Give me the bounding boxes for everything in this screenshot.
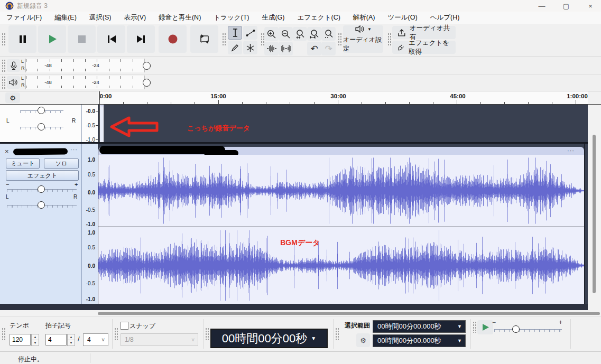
stop-button[interactable] xyxy=(68,25,96,53)
trim-audio-button[interactable] xyxy=(264,42,279,55)
stop-icon xyxy=(78,35,86,43)
timeline-ruler[interactable]: 0:00 15:00 30:00 45:00 1:00:00 xyxy=(98,91,588,104)
selection-toolbar-grip[interactable] xyxy=(335,328,339,341)
track2-gain-thumb[interactable] xyxy=(38,185,45,193)
meter-clip-indicator[interactable] xyxy=(143,62,151,70)
undo-icon: ↶ xyxy=(310,43,318,54)
redo-button[interactable]: ↷ xyxy=(321,42,336,55)
track2-mute-button[interactable]: ミュート xyxy=(6,158,40,169)
horizontal-scrollbar[interactable] xyxy=(0,310,601,317)
time-toolbar-grip[interactable] xyxy=(205,328,209,341)
snapping-grip[interactable] xyxy=(114,328,118,341)
share-audio-button[interactable]: オーディオ共有 xyxy=(392,26,456,39)
maximize-button[interactable]: ▢ xyxy=(554,0,578,12)
timesig-upper-spinner[interactable]: ▲▼ xyxy=(67,334,75,346)
timesig-upper-input[interactable] xyxy=(45,334,67,346)
envelope-tool-button[interactable] xyxy=(243,26,257,40)
track2-solo-button[interactable]: ソロ xyxy=(44,158,79,169)
playback-meter-grip[interactable] xyxy=(2,76,6,89)
track2-waveform-channel1[interactable] xyxy=(98,155,584,227)
track2-menu-button[interactable]: ··· xyxy=(70,146,78,153)
track2-content[interactable]: ··· BGMデータ xyxy=(98,144,588,304)
silence-audio-button[interactable] xyxy=(279,42,293,55)
skip-to-end-button[interactable] xyxy=(127,25,155,53)
meter-clip-indicator[interactable] xyxy=(143,79,151,87)
tempo-spinner[interactable]: ▲▼ xyxy=(31,334,39,346)
get-effects-button[interactable]: エフェクトを取得 xyxy=(392,41,456,54)
meter-left-label: L xyxy=(21,59,24,64)
selection-start-field[interactable]: 00時間00分00.000秒 ▼ xyxy=(373,320,466,333)
track1-control-panel[interactable]: L R xyxy=(0,105,82,142)
track1-content[interactable]: こっちが録音データ xyxy=(98,105,588,142)
audio-setup-grip[interactable] xyxy=(338,33,342,46)
menu-select[interactable]: 選択(S) xyxy=(83,12,118,24)
menu-tracks[interactable]: トラック(T) xyxy=(207,12,255,24)
selection-options-button[interactable]: ⚙ xyxy=(356,333,370,347)
track2-close-button[interactable]: × xyxy=(5,147,9,155)
skip-to-start-button[interactable] xyxy=(97,25,125,53)
menu-effect[interactable]: エフェクト(C) xyxy=(291,12,347,24)
menu-analyze[interactable]: 解析(A) xyxy=(347,12,382,24)
selection-end-field[interactable]: 00時間00分00.000秒 ▼ xyxy=(373,334,466,347)
close-button[interactable]: × xyxy=(578,0,601,12)
playback-meter-bar[interactable]: -48 -24 xyxy=(25,76,145,89)
menu-generate[interactable]: 生成(G) xyxy=(255,12,291,24)
track1-gain-thumb[interactable] xyxy=(38,107,45,114)
selection-tool-button[interactable] xyxy=(228,26,242,40)
minimize-button[interactable]: — xyxy=(530,0,554,12)
track2-pan-thumb[interactable] xyxy=(38,201,45,209)
menu-help[interactable]: ヘルプ(H) xyxy=(424,12,466,24)
undo-button[interactable]: ↶ xyxy=(307,42,321,55)
draw-tool-button[interactable] xyxy=(228,41,242,54)
horizontal-scrollbar-thumb[interactable] xyxy=(98,312,600,315)
snap-checkbox[interactable] xyxy=(121,322,128,330)
clip-menu-button[interactable]: ··· xyxy=(567,147,575,154)
record-button[interactable] xyxy=(159,25,187,53)
zoom-fit-project-button[interactable] xyxy=(307,27,321,41)
play-at-speed-button[interactable] xyxy=(477,320,493,334)
track1-pan-thumb[interactable] xyxy=(38,123,45,130)
timesig-divider: / xyxy=(78,335,80,343)
vertical-scrollbar[interactable] xyxy=(588,105,601,310)
recording-meter-bar[interactable]: -48 -24 xyxy=(25,59,145,72)
transport-toolbar-grip[interactable] xyxy=(2,33,6,46)
menu-edit[interactable]: 編集(E) xyxy=(48,12,83,24)
menu-transport[interactable]: 録音と再生(N) xyxy=(152,12,207,24)
loop-button[interactable] xyxy=(190,25,218,53)
multi-tool-button[interactable] xyxy=(243,41,257,54)
zoom-toggle-button[interactable] xyxy=(321,27,336,41)
track2-control-panel[interactable]: × ··· ミュート ソロ エフェクト − + L R xyxy=(0,144,82,304)
track-area: L R -0.0 -0.5 -1.0 こっちが録音データ × xyxy=(0,105,601,310)
play-button[interactable] xyxy=(38,25,66,53)
recording-meter-mic-button[interactable] xyxy=(7,59,20,72)
track1-recording-clip[interactable] xyxy=(99,105,104,142)
snap-interval-select[interactable]: 1/8˅ xyxy=(121,333,198,346)
tools-toolbar-grip[interactable] xyxy=(222,33,226,46)
zoom-in-button[interactable] xyxy=(264,27,279,41)
play-speed-thumb[interactable] xyxy=(512,325,520,333)
vertical-scrollbar-thumb[interactable] xyxy=(593,135,596,293)
menu-view[interactable]: 表示(V) xyxy=(117,12,152,24)
track2-clip-header[interactable]: ··· xyxy=(98,147,584,155)
zoom-out-button[interactable] xyxy=(279,27,293,41)
track2-waveform-channel2[interactable] xyxy=(98,227,584,304)
menu-file[interactable]: ファイル(F) xyxy=(0,12,48,24)
audio-setup-button[interactable]: ▼ オーディオ設定 xyxy=(343,25,383,53)
track2-vertical-ruler[interactable]: 1.0 0.5 0.0 -0.5 -1.0 1.0 0.5 0.0 -0.5 -… xyxy=(82,144,98,304)
pause-button[interactable] xyxy=(8,25,36,53)
playback-meter-speaker-button[interactable] xyxy=(7,76,20,89)
share-toolbar-grip[interactable] xyxy=(387,33,392,46)
play-at-speed-grip[interactable] xyxy=(473,321,477,333)
zoom-selection-button[interactable] xyxy=(293,27,307,41)
track2-effects-button[interactable]: エフェクト xyxy=(6,170,79,181)
track1-vertical-ruler[interactable]: -0.0 -0.5 -1.0 xyxy=(82,105,98,142)
menu-tools[interactable]: ツール(O) xyxy=(382,12,424,24)
play-icon xyxy=(47,34,58,44)
time-signature-grip[interactable] xyxy=(2,328,6,341)
timeline-options-button[interactable]: ⚙ xyxy=(5,92,20,103)
time-display-value: 00時間00分00秒 xyxy=(222,331,307,347)
timesig-lower-select[interactable]: 4˅ xyxy=(83,333,108,346)
tempo-input[interactable] xyxy=(10,334,31,346)
time-display[interactable]: 00時間00分00秒 ▼ xyxy=(210,329,328,348)
recording-meter-grip[interactable] xyxy=(2,59,6,72)
